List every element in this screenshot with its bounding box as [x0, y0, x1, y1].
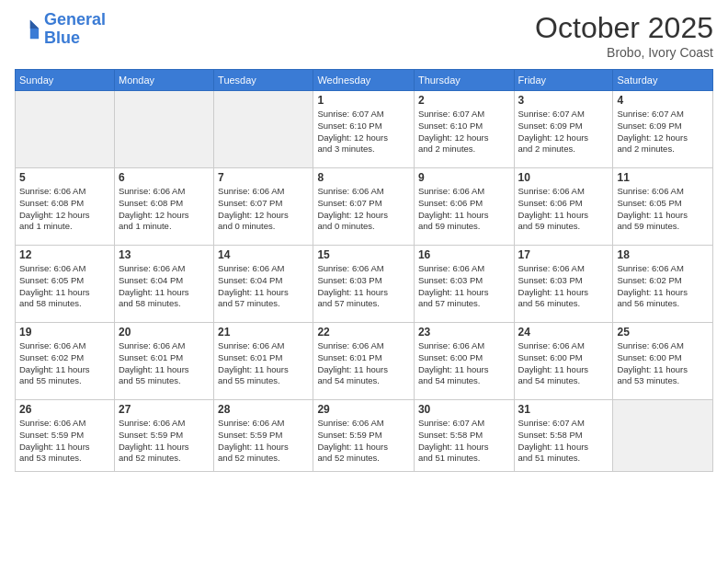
calendar-cell: 15Sunrise: 6:06 AM Sunset: 6:03 PM Dayli… — [313, 246, 415, 323]
day-number: 6 — [119, 171, 210, 184]
calendar-cell: 27Sunrise: 6:06 AM Sunset: 5:59 PM Dayli… — [114, 400, 213, 472]
calendar-cell: 22Sunrise: 6:06 AM Sunset: 6:01 PM Dayli… — [313, 323, 415, 400]
day-info: Sunrise: 6:06 AM Sunset: 6:08 PM Dayligh… — [119, 186, 210, 233]
month-title: October 2025 — [535, 11, 713, 45]
day-info: Sunrise: 6:06 AM Sunset: 6:04 PM Dayligh… — [119, 263, 210, 310]
calendar-cell: 13Sunrise: 6:06 AM Sunset: 6:04 PM Dayli… — [114, 246, 213, 323]
day-number: 9 — [418, 171, 510, 184]
day-info: Sunrise: 6:06 AM Sunset: 6:04 PM Dayligh… — [218, 263, 309, 310]
weekday-header: Monday — [114, 70, 213, 91]
day-number: 29 — [317, 403, 410, 416]
day-number: 7 — [218, 171, 309, 184]
calendar-cell: 3Sunrise: 6:07 AM Sunset: 6:09 PM Daylig… — [514, 91, 613, 168]
weekday-header: Wednesday — [313, 70, 415, 91]
day-info: Sunrise: 6:06 AM Sunset: 5:59 PM Dayligh… — [19, 418, 110, 465]
calendar-cell: 20Sunrise: 6:06 AM Sunset: 6:01 PM Dayli… — [114, 323, 213, 400]
header: General Blue October 2025 Brobo, Ivory C… — [15, 11, 713, 60]
day-info: Sunrise: 6:07 AM Sunset: 5:58 PM Dayligh… — [518, 418, 609, 465]
calendar-week-row: 19Sunrise: 6:06 AM Sunset: 6:02 PM Dayli… — [16, 323, 713, 400]
day-info: Sunrise: 6:06 AM Sunset: 6:03 PM Dayligh… — [317, 263, 410, 310]
day-info: Sunrise: 6:07 AM Sunset: 6:09 PM Dayligh… — [518, 109, 609, 155]
day-number: 4 — [617, 94, 709, 107]
calendar-cell: 29Sunrise: 6:06 AM Sunset: 5:59 PM Dayli… — [313, 400, 415, 472]
calendar-cell: 24Sunrise: 6:06 AM Sunset: 6:00 PM Dayli… — [514, 323, 613, 400]
day-number: 11 — [617, 171, 709, 184]
day-info: Sunrise: 6:06 AM Sunset: 6:05 PM Dayligh… — [617, 186, 709, 233]
day-number: 21 — [218, 326, 309, 339]
day-info: Sunrise: 6:07 AM Sunset: 5:58 PM Dayligh… — [418, 418, 510, 465]
day-info: Sunrise: 6:06 AM Sunset: 6:00 PM Dayligh… — [617, 340, 709, 387]
day-info: Sunrise: 6:06 AM Sunset: 6:01 PM Dayligh… — [218, 340, 309, 387]
calendar-cell — [613, 400, 713, 472]
day-info: Sunrise: 6:06 AM Sunset: 6:02 PM Dayligh… — [617, 263, 709, 310]
day-number: 26 — [19, 403, 110, 416]
calendar-week-row: 26Sunrise: 6:06 AM Sunset: 5:59 PM Dayli… — [16, 400, 713, 472]
location: Brobo, Ivory Coast — [535, 45, 713, 60]
calendar-table: SundayMondayTuesdayWednesdayThursdayFrid… — [15, 69, 713, 472]
day-number: 25 — [617, 326, 709, 339]
day-number: 14 — [218, 248, 309, 261]
day-number: 3 — [518, 94, 609, 107]
day-number: 30 — [418, 403, 510, 416]
title-block: October 2025 Brobo, Ivory Coast — [535, 11, 713, 60]
calendar-cell: 25Sunrise: 6:06 AM Sunset: 6:00 PM Dayli… — [613, 323, 713, 400]
calendar-cell: 18Sunrise: 6:06 AM Sunset: 6:02 PM Dayli… — [613, 246, 713, 323]
day-info: Sunrise: 6:06 AM Sunset: 6:03 PM Dayligh… — [418, 263, 510, 310]
day-info: Sunrise: 6:06 AM Sunset: 6:00 PM Dayligh… — [418, 340, 510, 387]
calendar-cell — [114, 91, 213, 168]
svg-marker-1 — [30, 20, 39, 29]
day-info: Sunrise: 6:07 AM Sunset: 6:10 PM Dayligh… — [418, 109, 510, 155]
calendar-cell: 26Sunrise: 6:06 AM Sunset: 5:59 PM Dayli… — [16, 400, 115, 472]
day-number: 19 — [19, 326, 110, 339]
calendar-cell: 1Sunrise: 6:07 AM Sunset: 6:10 PM Daylig… — [313, 91, 415, 168]
calendar-cell: 19Sunrise: 6:06 AM Sunset: 6:02 PM Dayli… — [16, 323, 115, 400]
day-number: 24 — [518, 326, 609, 339]
day-info: Sunrise: 6:06 AM Sunset: 6:06 PM Dayligh… — [418, 186, 510, 233]
day-number: 27 — [119, 403, 210, 416]
calendar-cell: 9Sunrise: 6:06 AM Sunset: 6:06 PM Daylig… — [414, 168, 514, 246]
calendar-cell: 2Sunrise: 6:07 AM Sunset: 6:10 PM Daylig… — [414, 91, 514, 168]
logo-text: General Blue — [44, 11, 106, 48]
calendar-week-row: 5Sunrise: 6:06 AM Sunset: 6:08 PM Daylig… — [16, 168, 713, 246]
day-info: Sunrise: 6:06 AM Sunset: 6:01 PM Dayligh… — [317, 340, 410, 387]
day-number: 18 — [617, 248, 709, 261]
day-number: 13 — [119, 248, 210, 261]
weekday-header: Friday — [514, 70, 613, 91]
day-info: Sunrise: 6:07 AM Sunset: 6:10 PM Dayligh… — [317, 109, 410, 155]
logo-blue: Blue — [44, 29, 80, 47]
day-number: 2 — [418, 94, 510, 107]
logo-general: General — [44, 10, 106, 29]
logo: General Blue — [15, 11, 106, 48]
day-number: 28 — [218, 403, 309, 416]
weekday-header: Thursday — [414, 70, 514, 91]
day-number: 15 — [317, 248, 410, 261]
calendar-cell: 6Sunrise: 6:06 AM Sunset: 6:08 PM Daylig… — [114, 168, 213, 246]
day-info: Sunrise: 6:06 AM Sunset: 6:01 PM Dayligh… — [119, 340, 210, 387]
day-number: 17 — [518, 248, 609, 261]
calendar-cell: 31Sunrise: 6:07 AM Sunset: 5:58 PM Dayli… — [514, 400, 613, 472]
calendar-cell: 30Sunrise: 6:07 AM Sunset: 5:58 PM Dayli… — [414, 400, 514, 472]
calendar-cell — [16, 91, 115, 168]
calendar-cell: 17Sunrise: 6:06 AM Sunset: 6:03 PM Dayli… — [514, 246, 613, 323]
weekday-header: Tuesday — [214, 70, 313, 91]
weekday-header: Saturday — [613, 70, 713, 91]
calendar-cell: 7Sunrise: 6:06 AM Sunset: 6:07 PM Daylig… — [214, 168, 313, 246]
day-info: Sunrise: 6:06 AM Sunset: 6:05 PM Dayligh… — [19, 263, 110, 310]
day-number: 1 — [317, 94, 410, 107]
day-info: Sunrise: 6:06 AM Sunset: 5:59 PM Dayligh… — [317, 418, 410, 465]
day-number: 16 — [418, 248, 510, 261]
day-number: 12 — [19, 248, 110, 261]
calendar-cell — [214, 91, 313, 168]
weekday-header: Sunday — [16, 70, 115, 91]
calendar-cell: 28Sunrise: 6:06 AM Sunset: 5:59 PM Dayli… — [214, 400, 313, 472]
day-info: Sunrise: 6:06 AM Sunset: 6:02 PM Dayligh… — [19, 340, 110, 387]
calendar-cell: 4Sunrise: 6:07 AM Sunset: 6:09 PM Daylig… — [613, 91, 713, 168]
calendar-cell: 5Sunrise: 6:06 AM Sunset: 6:08 PM Daylig… — [16, 168, 115, 246]
calendar-cell: 21Sunrise: 6:06 AM Sunset: 6:01 PM Dayli… — [214, 323, 313, 400]
day-info: Sunrise: 6:06 AM Sunset: 6:06 PM Dayligh… — [518, 186, 609, 233]
calendar-cell: 12Sunrise: 6:06 AM Sunset: 6:05 PM Dayli… — [16, 246, 115, 323]
day-number: 22 — [317, 326, 410, 339]
day-info: Sunrise: 6:06 AM Sunset: 5:59 PM Dayligh… — [218, 418, 309, 465]
calendar-cell: 10Sunrise: 6:06 AM Sunset: 6:06 PM Dayli… — [514, 168, 613, 246]
day-info: Sunrise: 6:06 AM Sunset: 6:03 PM Dayligh… — [518, 263, 609, 310]
